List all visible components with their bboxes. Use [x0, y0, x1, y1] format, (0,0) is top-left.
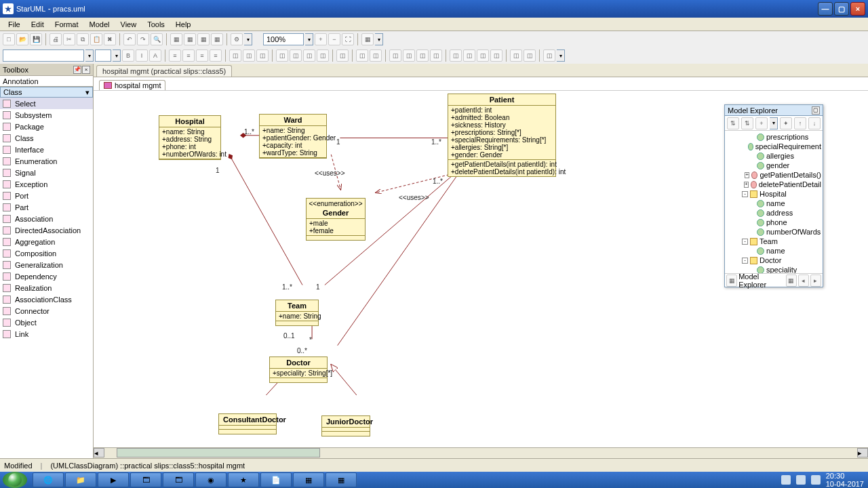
dropdown-icon[interactable]: ▾ — [770, 117, 778, 129]
toolbox-item-exception[interactable]: Exception — [0, 178, 93, 190]
toolbox-section-annotation[interactable]: Annotation — [0, 76, 93, 87]
layout-icon[interactable]: ◫ — [290, 49, 302, 62]
bold-icon[interactable]: B — [122, 49, 134, 62]
align-icon[interactable]: ≡ — [182, 49, 195, 62]
tool-icon[interactable]: ▦ — [184, 33, 196, 45]
filter-icon[interactable]: ✦ — [780, 117, 792, 129]
menu-edit[interactable]: Edit — [26, 19, 50, 30]
diagram-canvas[interactable]: Hospital +name: String +address: String … — [94, 91, 868, 447]
redo-icon[interactable]: ↷ — [137, 33, 149, 45]
toolbox-item-package[interactable]: Package — [0, 121, 93, 132]
tree-node[interactable]: +deletePatientDetail — [726, 180, 821, 189]
toolbox-item-connector[interactable]: Connector — [0, 305, 93, 317]
toolbox-item-enumeration[interactable]: Enumeration — [0, 155, 93, 167]
minimize-button[interactable]: — — [818, 2, 833, 16]
dropdown-icon[interactable]: ▾ — [113, 49, 121, 62]
tree-node[interactable]: specialRequirement — [726, 142, 821, 151]
tree-node[interactable]: allergies — [726, 151, 821, 161]
tree-node[interactable]: -Doctor — [726, 256, 821, 265]
model-explorer-tab[interactable]: Model Explorer — [738, 272, 783, 289]
zoom-in-icon[interactable]: + — [315, 33, 327, 45]
toolbox-item-aggregation[interactable]: Aggregation — [0, 236, 93, 247]
size-input[interactable] — [95, 49, 111, 62]
zoom-select[interactable]: 100% — [263, 33, 304, 45]
model-explorer-tree[interactable]: prescriptionsspecialRequirementallergies… — [725, 131, 823, 273]
toolbox-item-subsystem[interactable]: Subsystem — [0, 109, 93, 121]
tool-icon[interactable]: ▦ — [361, 33, 374, 45]
save-icon[interactable]: 💾 — [30, 33, 42, 45]
task-media[interactable]: ▶ — [98, 472, 129, 487]
task-app[interactable]: 🗔 — [163, 472, 194, 487]
model-explorer-panel[interactable]: Model Explorer ▢ ⇅ ⇅ + ▾ ✦ ↑ ↓ prescript… — [724, 104, 823, 287]
task-app[interactable]: ▦ — [293, 472, 324, 487]
start-button[interactable] — [3, 472, 27, 488]
toolbox-item-generalization[interactable]: Generalization — [0, 259, 93, 270]
tray-volume-icon[interactable] — [811, 475, 821, 485]
align-icon[interactable]: ≡ — [210, 49, 222, 62]
enum-gender[interactable]: <<enumeration>> Gender +male +female — [306, 198, 366, 241]
class-doctor[interactable]: Doctor +speciality: String[*] — [269, 357, 328, 383]
cut-icon[interactable]: ✂ — [63, 33, 75, 45]
toolbox-item-composition[interactable]: Composition — [0, 247, 93, 259]
toolbox-item-realization[interactable]: Realization — [0, 282, 93, 293]
layout-icon[interactable]: ◫ — [243, 49, 255, 62]
color-icon[interactable]: A — [149, 49, 161, 62]
tool-icon[interactable]: ▦ — [170, 33, 182, 45]
tray-icon[interactable] — [796, 475, 806, 485]
class-patient[interactable]: Patient +patientId: int +admitted: Boole… — [448, 94, 556, 177]
tree-node[interactable]: -Team — [726, 237, 821, 246]
tab-icon[interactable]: ▦ — [786, 274, 797, 287]
align-icon[interactable]: ≡ — [196, 49, 208, 62]
paste-icon[interactable]: 📋 — [90, 33, 102, 45]
diagram-tab[interactable]: hospital mgmt (practical slips::class5) — [96, 65, 232, 77]
layout-icon[interactable]: ◫ — [510, 49, 522, 62]
find-icon[interactable]: 🔍 — [151, 33, 163, 45]
tree-node[interactable]: prescriptions — [726, 132, 821, 142]
open-icon[interactable]: 📂 — [16, 33, 28, 45]
toolbox-item-signal[interactable]: Signal — [0, 167, 93, 178]
tree-node[interactable]: numberOfWards — [726, 227, 821, 237]
toolbox-item-class[interactable]: Class — [0, 132, 93, 144]
prev-icon[interactable]: ◂ — [798, 274, 809, 287]
task-ie[interactable]: 🌐 — [33, 472, 64, 487]
layout-icon[interactable]: ◫ — [370, 49, 382, 62]
layout-icon[interactable]: ◫ — [303, 49, 315, 62]
undo-icon[interactable]: ↶ — [123, 33, 136, 45]
new-icon[interactable]: □ — [3, 33, 15, 45]
horizontal-scrollbar[interactable]: ◂ ▸ — [94, 447, 868, 458]
menu-file[interactable]: File — [3, 19, 26, 30]
layout-icon[interactable]: ◫ — [336, 49, 349, 62]
tree-node[interactable]: -Hospital — [726, 189, 821, 199]
toolbox-item-dependency[interactable]: Dependency — [0, 270, 93, 282]
tool-icon[interactable]: ▦ — [211, 33, 223, 45]
toolbox-item-object[interactable]: Object — [0, 317, 93, 328]
tree-node[interactable]: name — [726, 246, 821, 256]
layout-icon[interactable]: ◫ — [450, 49, 462, 62]
layout-icon[interactable]: ◫ — [356, 49, 368, 62]
pin-icon[interactable]: 📌 — [73, 66, 81, 74]
tree-node[interactable]: address — [726, 208, 821, 218]
toolbox-item-link[interactable]: Link — [0, 328, 93, 340]
task-chrome[interactable]: ◉ — [195, 472, 226, 487]
sort-icon[interactable]: ⇅ — [727, 117, 739, 129]
dropdown-icon[interactable]: ▾ — [244, 33, 252, 45]
class-juniordoctor[interactable]: JuniorDoctor — [321, 415, 370, 436]
menu-tools[interactable]: Tools — [142, 19, 170, 30]
close-panel-icon[interactable]: × — [82, 66, 90, 74]
layout-icon[interactable]: ◫ — [403, 49, 415, 62]
tree-node[interactable]: +getPatientDetails() — [726, 170, 821, 180]
panel-close-icon[interactable]: ▢ — [812, 106, 820, 115]
close-button[interactable]: × — [850, 2, 865, 16]
align-icon[interactable]: ≡ — [169, 49, 181, 62]
toolbox-item-interface[interactable]: Interface — [0, 144, 93, 155]
task-app[interactable]: 🗔 — [130, 472, 161, 487]
layout-icon[interactable]: ◫ — [524, 49, 536, 62]
tree-node[interactable]: phone — [726, 218, 821, 227]
toolbox-item-port[interactable]: Port — [0, 190, 93, 201]
class-ward[interactable]: Ward +name: String +patientGender: Gende… — [259, 114, 327, 159]
toolbox-item-associationclass[interactable]: AssociationClass — [0, 293, 93, 305]
dropdown-icon[interactable]: ▾ — [85, 49, 94, 62]
italic-icon[interactable]: I — [136, 49, 148, 62]
toolbox-item-association[interactable]: Association — [0, 213, 93, 224]
layout-icon[interactable]: ◫ — [256, 49, 269, 62]
